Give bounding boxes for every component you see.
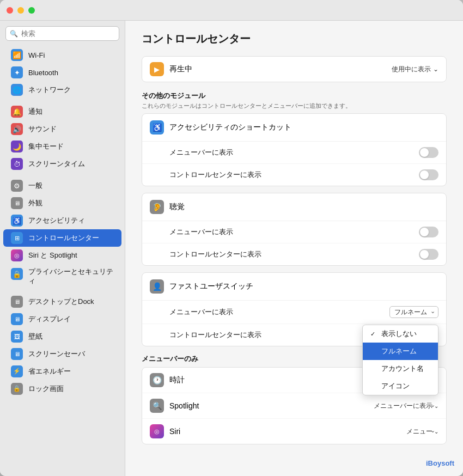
sidebar-item-label: 壁紙 (28, 332, 42, 341)
module-row-label: コントロールセンターに表示 (169, 249, 419, 259)
sidebar-item-desktop[interactable]: 🖥 デスクトップとDock (3, 293, 121, 310)
module-fastuser-header: 👤 ファストユーザスイッチ (142, 273, 446, 301)
sidebar-item-privacy[interactable]: 🔒 プライバシーとセキュリティ (3, 264, 121, 289)
sidebar-item-label: 外観 (28, 198, 42, 208)
privacy-icon: 🔒 (11, 268, 23, 280)
maximize-button[interactable] (28, 7, 35, 14)
sidebar-item-label: コントロールセンター (28, 233, 99, 243)
spotlight-dropdown-wrapper[interactable]: メニューバーに表示 ⌄ (374, 401, 438, 411)
module-row: メニューバーに表示 (142, 142, 446, 164)
sidebar-item-controlcenter[interactable]: ⊞ コントロールセンター (3, 229, 121, 247)
fastuser-menubar-select[interactable]: フルネーム (389, 306, 438, 318)
popup-item-label: 表示しない (381, 329, 417, 339)
search-box[interactable]: 🔍 (5, 26, 119, 41)
energy-icon: ⚡ (11, 365, 23, 377)
wifi-icon: 📶 (11, 49, 23, 61)
sidebar-item-wallpaper[interactable]: 🖼 壁紙 (3, 328, 121, 345)
notifications-icon: 🔔 (11, 106, 23, 118)
sidebar-item-wifi[interactable]: 📶 Wi-Fi (3, 46, 121, 64)
main-window: 🔍 📶 Wi-Fi ✦ Bluetooth 🌐 ネットワーク 🔔 通知 (0, 0, 463, 476)
sidebar-item-label: ディスプレイ (28, 314, 71, 324)
display-icon: 🖥 (11, 313, 23, 325)
sidebar-item-label: Siri と Spotlight (28, 251, 77, 260)
sidebar-item-label: スクリーンタイム (28, 159, 85, 169)
sidebar-item-screentime[interactable]: ⏱ スクリーンタイム (3, 155, 121, 173)
popup-item-label: アイコン (381, 381, 410, 391)
siri-row-label: Siri (169, 427, 406, 436)
screentime-icon: ⏱ (11, 158, 23, 170)
siri-icon: ◎ (11, 249, 23, 261)
popup-item-label: アカウント名 (381, 364, 424, 374)
page-title: コントロールセンター (142, 32, 447, 46)
popup-item-label: フルネーム (381, 346, 417, 356)
sidebar-item-focus[interactable]: 🌙 集中モード (3, 138, 121, 155)
sidebar-item-label: Bluetooth (28, 69, 58, 77)
sidebar-item-bluetooth[interactable]: ✦ Bluetooth (3, 64, 121, 81)
siri-row-icon: ◎ (150, 424, 164, 438)
now-playing-row: ▶ 再生中 使用中に表示 ⌄ (142, 56, 447, 82)
fastuser-menubar-dropdown-wrapper[interactable]: フルネーム (389, 306, 438, 318)
toggle-hearing-controlcenter[interactable] (419, 249, 438, 260)
module-hearing-name: 聴覚 (169, 202, 185, 212)
spotlight-label: Spotlight (169, 401, 374, 410)
popup-item-fullname[interactable]: フルネーム (363, 343, 438, 360)
appearance-icon: 🖥 (11, 197, 23, 209)
sidebar-item-energy[interactable]: ⚡ 省エネルギー (3, 363, 121, 380)
sidebar-item-label: サウンド (28, 124, 57, 134)
sidebar-item-label: 省エネルギー (28, 367, 71, 376)
toggle-accessibility-menubar[interactable] (419, 147, 438, 158)
sidebar-item-label: デスクトップとDock (28, 297, 94, 307)
sidebar-item-sound[interactable]: 🔊 サウンド (3, 120, 121, 138)
sound-icon: 🔊 (11, 123, 23, 135)
sidebar-item-network[interactable]: 🌐 ネットワーク (3, 81, 121, 99)
sidebar-item-label: プライバシーとセキュリティ (28, 267, 114, 286)
desktop-icon: 🖥 (11, 296, 23, 308)
network-icon: 🌐 (11, 84, 23, 96)
now-playing-label: 再生中 (169, 64, 392, 74)
siri-dropdown-wrapper[interactable]: メニュー ⌄ (406, 427, 438, 436)
sidebar-item-lock[interactable]: 🔒 ロック画面 (3, 380, 121, 398)
wallpaper-icon: 🖼 (11, 331, 23, 343)
module-row: コントロールセンターに表示 (142, 164, 446, 186)
spotlight-chevron: ⌄ (434, 403, 438, 409)
sidebar-item-label: スクリーンセーバ (28, 349, 85, 359)
close-button[interactable] (7, 7, 13, 14)
sidebar-item-accessibility[interactable]: ♿ アクセシビリティ (3, 212, 121, 229)
sidebar-item-screensaver[interactable]: 🖥 スクリーンセーバ (3, 345, 121, 363)
controlcenter-icon: ⊞ (11, 232, 23, 244)
sidebar-item-general[interactable]: ⚙ 一般 (3, 177, 121, 194)
sidebar-item-appearance[interactable]: 🖥 外観 (3, 194, 121, 212)
now-playing-control[interactable]: 使用中に表示 ⌄ (392, 65, 438, 74)
popup-item-accountname[interactable]: アカウント名 (363, 360, 438, 377)
module-fastuser-name: ファストユーザスイッチ (169, 282, 253, 291)
menubar-row-spotlight: 🔍 Spotlight メニューバーに表示 ⌄ (142, 393, 446, 419)
title-bar (0, 0, 463, 21)
module-fastuser-icon: 👤 (150, 279, 164, 294)
lock-icon: 🔒 (11, 383, 23, 395)
popup-check: ✓ (370, 331, 378, 338)
sidebar-item-notifications[interactable]: 🔔 通知 (3, 103, 121, 120)
now-playing-chevron: ⌄ (433, 65, 438, 73)
search-icon: 🔍 (10, 30, 18, 38)
search-input[interactable] (5, 26, 119, 41)
popup-item-icon[interactable]: アイコン (363, 377, 438, 395)
toggle-hearing-menubar[interactable] (419, 227, 438, 237)
minimize-button[interactable] (17, 7, 24, 14)
sidebar-item-label: アクセシビリティ (28, 216, 85, 225)
sidebar-item-display[interactable]: 🖥 ディスプレイ (3, 310, 121, 328)
sidebar-item-siri[interactable]: ◎ Siri と Spotlight (3, 247, 121, 264)
module-row: コントロールセンターに表示 (142, 243, 446, 265)
sidebar-item-label: ロック画面 (28, 384, 64, 394)
popup-item-hide[interactable]: ✓ 表示しない (363, 325, 438, 343)
module-row: メニューバーに表示 (142, 221, 446, 243)
focus-icon: 🌙 (11, 141, 23, 152)
sidebar-item-label: ネットワーク (28, 85, 71, 95)
module-fastuser: 👤 ファストユーザスイッチ メニューバーに表示 フルネーム ✓ 表示しな (142, 272, 447, 346)
general-icon: ⚙ (11, 180, 23, 192)
module-accessibility: ♿ アクセシビリティのショートカット メニューバーに表示 コントロールセンターに… (142, 113, 447, 186)
clock-icon: 🕐 (150, 373, 164, 387)
spotlight-icon: 🔍 (150, 399, 164, 413)
toggle-accessibility-controlcenter[interactable] (419, 169, 438, 180)
menubar-row-siri: ◎ Siri メニュー ⌄ (142, 419, 446, 444)
content-area: 🔍 📶 Wi-Fi ✦ Bluetooth 🌐 ネットワーク 🔔 通知 (0, 21, 463, 476)
